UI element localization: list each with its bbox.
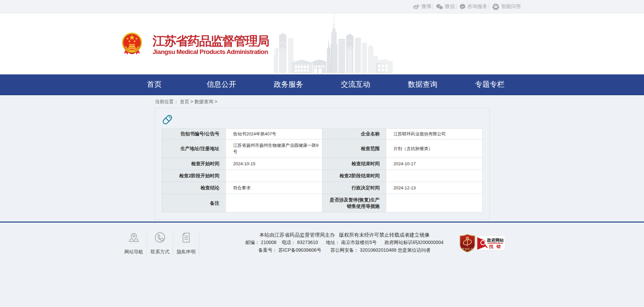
svg-text:政府网站: 政府网站 — [487, 238, 504, 243]
svg-text:找 错: 找 错 — [489, 244, 501, 249]
svg-text:党政机关: 党政机关 — [462, 247, 474, 251]
